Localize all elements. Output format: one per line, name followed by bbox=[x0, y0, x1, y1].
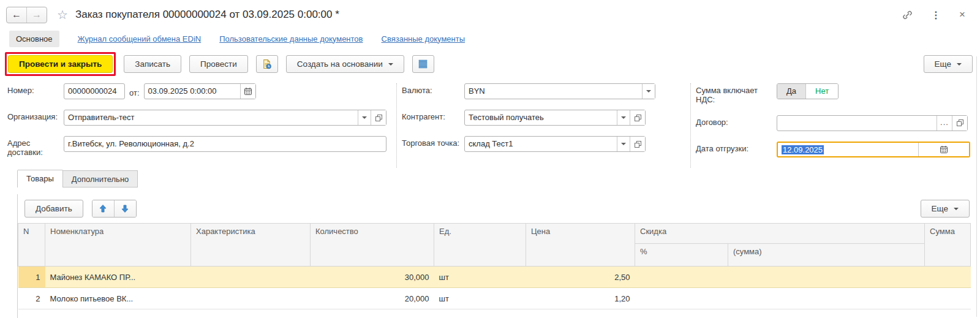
outlet-value[interactable]: склад Тест1 bbox=[465, 137, 617, 151]
link-user-data[interactable]: Пользовательские данные документов bbox=[219, 34, 363, 44]
tab-additional[interactable]: Дополнительно bbox=[63, 170, 138, 187]
cell-price[interactable]: 1,20 bbox=[526, 288, 635, 309]
col-header-characteristic: Характеристика bbox=[191, 224, 311, 267]
document-date-input[interactable]: 03.09.2025 0:00:00 bbox=[144, 83, 256, 99]
goods-panel: Добавить Еще bbox=[17, 194, 970, 318]
dropdown-arrow-icon[interactable] bbox=[642, 84, 655, 99]
number-input[interactable]: 00000000024 bbox=[64, 83, 125, 99]
cell-unit[interactable]: шт bbox=[434, 288, 526, 309]
post-button[interactable]: Провести bbox=[189, 55, 248, 73]
table-row[interactable]: 2 Молоко питьевое ВК... 20,000 шт 1,20 bbox=[18, 288, 971, 309]
delivery-address-input[interactable]: г.Витебск, ул. Революционная, д.2 bbox=[64, 136, 386, 152]
close-icon[interactable]: × bbox=[959, 9, 965, 21]
open-item-icon[interactable] bbox=[952, 116, 967, 131]
counterparty-label: Контрагент: bbox=[402, 110, 464, 122]
cell-nomenclature[interactable]: Майонез КАМАКО ПР... bbox=[45, 267, 191, 288]
more-label: Еще bbox=[935, 59, 951, 69]
dropdown-arrow-icon[interactable] bbox=[358, 110, 371, 125]
organization-value[interactable]: Отправитель-тест bbox=[64, 110, 358, 125]
contract-label: Договор: bbox=[696, 115, 777, 127]
tab-goods[interactable]: Товары bbox=[17, 170, 63, 187]
organization-row: Организация: Отправитель-тест bbox=[7, 110, 396, 126]
currency-value[interactable]: BYN bbox=[465, 84, 642, 99]
col-header-unit: Ед. bbox=[434, 224, 526, 267]
cell-discount-percent[interactable] bbox=[635, 267, 728, 288]
contract-input[interactable]: ... bbox=[777, 115, 968, 131]
currency-combo[interactable]: BYN bbox=[464, 83, 655, 99]
number-value[interactable]: 00000000024 bbox=[64, 84, 124, 99]
link-related-docs[interactable]: Связанные документы bbox=[382, 34, 466, 44]
cell-characteristic[interactable] bbox=[191, 267, 311, 288]
document-date-value[interactable]: 03.09.2025 0:00:00 bbox=[145, 84, 240, 99]
link-edin-journal[interactable]: Журнал сообщений обмена EDiN bbox=[78, 34, 202, 44]
address-label: Адрес доставки: bbox=[7, 136, 64, 157]
counterparty-value[interactable]: Тестовый получатеь bbox=[465, 110, 617, 125]
cell-discount-sum[interactable] bbox=[728, 288, 925, 309]
cell-nomenclature[interactable]: Молоко питьевое ВК... bbox=[45, 288, 191, 309]
cell-discount-percent[interactable] bbox=[635, 288, 728, 309]
outlet-label: Торговая точка: bbox=[402, 136, 464, 148]
cell-sum[interactable] bbox=[925, 267, 971, 288]
document-header-form: Номер: 00000000024 от: 03.09.2025 0:00:0… bbox=[0, 83, 980, 168]
vat-yes-button[interactable]: Да bbox=[777, 84, 805, 99]
open-item-icon[interactable] bbox=[630, 137, 645, 151]
number-row: Номер: 00000000024 от: 03.09.2025 0:00:0… bbox=[7, 83, 396, 99]
ship-date-value[interactable]: 12.09.2025 bbox=[778, 143, 918, 156]
counterparty-combo[interactable]: Тестовый получатеь bbox=[464, 110, 646, 126]
cell-quantity[interactable]: 30,000 bbox=[311, 267, 434, 288]
document-movements-button[interactable] bbox=[256, 55, 278, 73]
forward-arrow-icon[interactable]: → bbox=[26, 7, 47, 23]
vat-toggle: Да Нет bbox=[777, 83, 839, 99]
col-header-sum: Сумма bbox=[925, 224, 971, 267]
dropdown-arrow-icon[interactable] bbox=[617, 110, 630, 125]
back-arrow-icon[interactable]: ← bbox=[7, 7, 26, 23]
organization-combo[interactable]: Отправитель-тест bbox=[64, 110, 386, 126]
cell-price[interactable]: 2,50 bbox=[526, 267, 635, 288]
tab-main[interactable]: Основное bbox=[9, 31, 59, 47]
pages-tab-strip: Товары Дополнительно bbox=[17, 169, 980, 187]
address-row: Адрес доставки: г.Витебск, ул. Революцио… bbox=[7, 136, 396, 157]
contract-value[interactable] bbox=[777, 116, 937, 131]
post-and-close-button[interactable]: Провести и закрыть bbox=[8, 55, 113, 73]
open-item-icon[interactable] bbox=[630, 110, 645, 125]
calendar-icon[interactable] bbox=[918, 143, 969, 156]
more-button[interactable]: Еще bbox=[924, 55, 973, 73]
outlet-row: Торговая точка: склад Тест1 bbox=[402, 136, 690, 152]
favorite-star-icon[interactable]: ☆ bbox=[57, 9, 68, 21]
save-button[interactable]: Записать bbox=[124, 55, 181, 73]
document-window: ← → ☆ Заказ покупателя 00000000024 от 03… bbox=[0, 0, 980, 318]
open-item-icon[interactable] bbox=[371, 110, 386, 125]
col-header-discount: Скидка bbox=[635, 224, 925, 244]
move-down-icon[interactable] bbox=[114, 200, 136, 217]
col-header-discount-sum: (сумма) bbox=[728, 244, 925, 267]
report-lines-icon bbox=[418, 59, 428, 69]
cell-unit[interactable]: шт bbox=[434, 267, 526, 288]
ship-date-input[interactable]: 12.09.2025 bbox=[777, 142, 970, 157]
dropdown-arrow-icon[interactable] bbox=[617, 137, 630, 151]
cell-discount-sum[interactable] bbox=[728, 267, 925, 288]
vat-label: Сумма включает НДС: bbox=[696, 83, 777, 105]
ellipsis-icon: ... bbox=[940, 118, 949, 129]
outlet-combo[interactable]: склад Тест1 bbox=[464, 136, 646, 152]
vat-no-button[interactable]: Нет bbox=[805, 84, 838, 99]
move-up-icon[interactable] bbox=[92, 200, 114, 217]
add-row-button[interactable]: Добавить bbox=[24, 200, 83, 218]
reports-button[interactable] bbox=[412, 55, 434, 73]
counterparty-row: Контрагент: Тестовый получатеь bbox=[402, 110, 690, 126]
cell-sum[interactable] bbox=[925, 288, 971, 309]
delivery-address-value[interactable]: г.Витебск, ул. Революционная, д.2 bbox=[64, 137, 386, 151]
cell-n[interactable]: 1 bbox=[18, 267, 45, 288]
number-label: Номер: bbox=[7, 83, 64, 96]
table-row[interactable]: 1 Майонез КАМАКО ПР... 30,000 шт 2,50 bbox=[18, 267, 971, 288]
cell-quantity[interactable]: 20,000 bbox=[311, 288, 434, 309]
link-icon[interactable] bbox=[902, 10, 913, 20]
create-based-on-button[interactable]: Создать на основании bbox=[286, 55, 404, 73]
cell-characteristic[interactable] bbox=[191, 288, 311, 309]
calendar-icon[interactable] bbox=[240, 84, 255, 99]
browse-ellipsis-button[interactable]: ... bbox=[937, 116, 952, 131]
vertical-scrollbar[interactable] bbox=[976, 56, 977, 317]
goods-more-button[interactable]: Еще bbox=[921, 200, 970, 218]
title-bar: ← → ☆ Заказ покупателя 00000000024 от 03… bbox=[0, 0, 980, 27]
more-menu-icon[interactable]: ⋮ bbox=[931, 9, 941, 21]
cell-n[interactable]: 2 bbox=[18, 288, 45, 309]
